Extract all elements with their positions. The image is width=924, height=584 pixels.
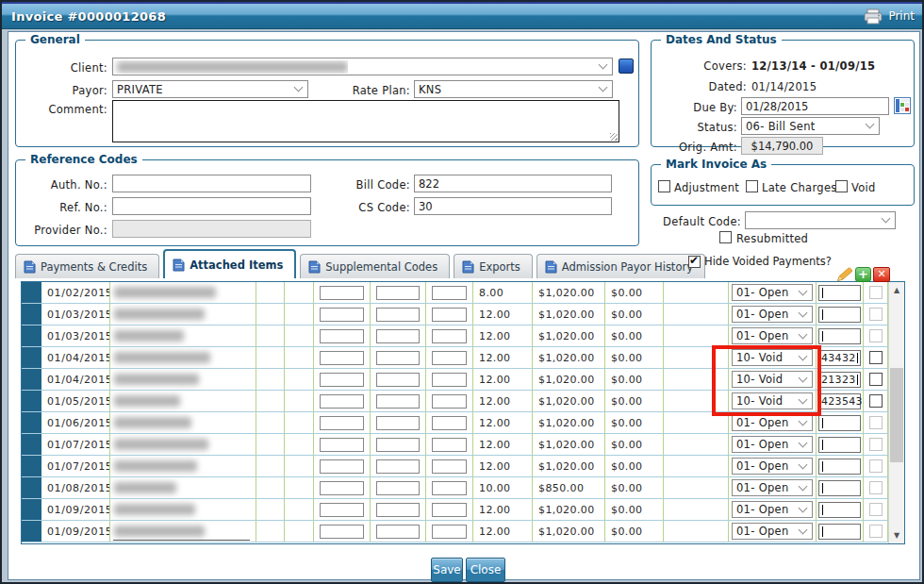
row-void-checkbox[interactable] — [869, 416, 883, 429]
row-input-2[interactable] — [376, 481, 420, 495]
tab-admission-payor-history[interactable]: Admission Payor History — [536, 254, 705, 278]
row-input-3[interactable] — [432, 351, 467, 365]
void-checkbox[interactable] — [835, 180, 848, 192]
row-status-select[interactable]: 01- Open — [732, 327, 813, 344]
row-status-select[interactable]: 01- Open — [732, 414, 813, 431]
row-status-select[interactable]: 10- Void — [732, 349, 813, 366]
payor-select[interactable]: PRIVATE — [112, 80, 308, 98]
resize-grip-icon[interactable] — [610, 133, 618, 141]
row-void-checkbox[interactable] — [869, 351, 883, 364]
row-void-checkbox[interactable] — [869, 503, 883, 516]
row-input-2[interactable] — [376, 329, 420, 343]
scroll-up-icon[interactable]: ▲ — [889, 282, 904, 298]
print-button[interactable]: Print — [863, 8, 915, 25]
row-void-checkbox[interactable] — [869, 438, 883, 451]
row-input-1[interactable] — [320, 525, 364, 539]
row-status-select[interactable]: 01- Open — [732, 436, 813, 453]
row-ref-input[interactable]: 43432 — [818, 350, 861, 366]
row-input-3[interactable] — [432, 438, 467, 452]
add-item-icon[interactable]: + — [855, 267, 871, 282]
row-input-1[interactable] — [320, 503, 364, 517]
default-code-select[interactable] — [745, 211, 896, 229]
vertical-scrollbar[interactable]: ▲ ▼ — [888, 282, 904, 543]
row-ref-input[interactable]: 423543 — [818, 393, 861, 409]
row-input-3[interactable] — [432, 525, 467, 539]
row-ref-input[interactable] — [818, 285, 861, 301]
status-select[interactable]: 06- Bill Sent — [741, 117, 880, 135]
row-status-select[interactable]: 01- Open — [732, 458, 813, 475]
row-input-2[interactable] — [376, 373, 420, 387]
close-button[interactable]: Close — [466, 558, 505, 582]
row-input-3[interactable] — [432, 481, 467, 495]
row-input-1[interactable] — [320, 373, 364, 387]
row-input-1[interactable] — [320, 329, 364, 343]
scroll-down-icon[interactable]: ▼ — [889, 527, 904, 543]
row-void-checkbox[interactable] — [869, 481, 883, 494]
row-ref-input[interactable] — [818, 437, 861, 453]
due-by-input[interactable]: 01/28/2015 — [741, 97, 889, 115]
row-input-1[interactable] — [320, 351, 364, 365]
row-input-2[interactable] — [376, 459, 420, 474]
row-input-2[interactable] — [376, 308, 420, 322]
row-input-3[interactable] — [432, 286, 467, 300]
ref-no-input[interactable] — [112, 197, 311, 215]
client-info-button[interactable] — [619, 58, 634, 74]
row-input-1[interactable] — [320, 286, 364, 300]
auth-no-input[interactable] — [112, 175, 311, 192]
resubmitted-checkbox[interactable] — [719, 231, 732, 243]
row-ref-input[interactable] — [818, 459, 861, 475]
row-void-checkbox[interactable] — [869, 525, 883, 538]
row-input-1[interactable] — [320, 438, 364, 452]
row-input-3[interactable] — [432, 373, 467, 387]
comment-textarea[interactable] — [112, 100, 619, 142]
row-status-select[interactable]: 01- Open — [732, 501, 813, 518]
row-ref-input[interactable] — [818, 502, 861, 518]
row-ref-input[interactable]: 21323 — [818, 372, 861, 388]
row-status-select[interactable]: 01- Open — [732, 306, 813, 323]
row-input-2[interactable] — [376, 394, 420, 409]
rate-plan-select[interactable]: KNS — [414, 80, 613, 98]
tab-exports[interactable]: Exports — [454, 254, 533, 278]
row-input-3[interactable] — [432, 503, 467, 517]
row-input-3[interactable] — [432, 416, 467, 430]
row-input-3[interactable] — [432, 308, 467, 322]
row-input-2[interactable] — [376, 438, 420, 452]
row-input-1[interactable] — [320, 481, 364, 495]
row-status-select[interactable]: 10- Void — [732, 392, 813, 409]
row-void-checkbox[interactable] — [869, 373, 883, 386]
row-input-2[interactable] — [376, 416, 420, 430]
row-void-checkbox[interactable] — [869, 329, 883, 342]
row-status-select[interactable]: 01- Open — [732, 284, 813, 301]
row-input-1[interactable] — [320, 308, 364, 322]
row-status-select[interactable]: 10- Void — [732, 371, 813, 388]
delete-item-icon[interactable]: ✕ — [873, 267, 890, 282]
row-ref-input[interactable] — [818, 524, 861, 540]
row-ref-input[interactable] — [818, 307, 861, 323]
adjustment-checkbox[interactable] — [658, 180, 670, 192]
hide-voided-checkbox[interactable] — [688, 256, 701, 268]
save-button[interactable]: Save — [431, 558, 463, 582]
row-status-select[interactable]: 01- Open — [732, 479, 813, 496]
row-void-checkbox[interactable] — [869, 286, 883, 299]
row-input-2[interactable] — [376, 286, 420, 300]
row-void-checkbox[interactable] — [869, 459, 883, 473]
row-ref-input[interactable] — [818, 480, 861, 496]
row-input-2[interactable] — [376, 351, 420, 365]
tab-attached-items[interactable]: Attached Items — [163, 249, 296, 278]
row-input-1[interactable] — [320, 459, 364, 474]
row-status-select[interactable]: 01- Open — [732, 523, 813, 540]
row-input-2[interactable] — [376, 503, 420, 517]
row-input-3[interactable] — [432, 329, 467, 343]
row-ref-input[interactable] — [818, 328, 861, 344]
row-input-3[interactable] — [432, 394, 467, 409]
row-input-2[interactable] — [376, 525, 420, 539]
edit-pencil-icon[interactable] — [836, 267, 853, 282]
client-select[interactable] — [112, 58, 613, 75]
tab-supplemental-codes[interactable]: Supplemental Codes — [300, 254, 450, 278]
row-void-checkbox[interactable] — [869, 308, 883, 321]
bill-code-input[interactable]: 822 — [414, 175, 612, 192]
calendar-icon[interactable] — [894, 97, 911, 114]
scrollbar-thumb[interactable] — [890, 368, 903, 462]
late-charges-checkbox[interactable] — [746, 180, 758, 192]
row-void-checkbox[interactable] — [869, 394, 883, 408]
